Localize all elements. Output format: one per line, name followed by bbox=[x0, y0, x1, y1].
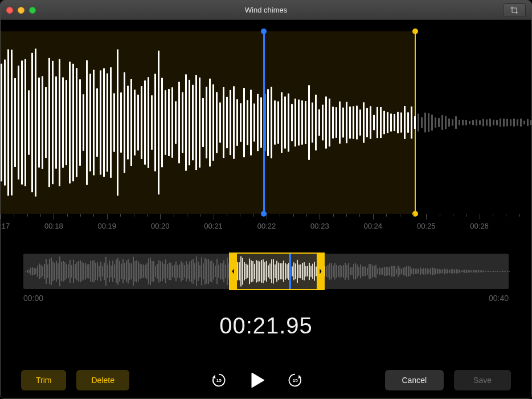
voice-memos-edit-window: Wind chimes 00:1700:1800:1900:2000:2100:… bbox=[0, 0, 532, 399]
overview-section: 00:00 00:40 bbox=[1, 254, 531, 303]
control-bar: Trim Delete 15 15 Cancel bbox=[1, 370, 531, 390]
window-title: Wind chimes bbox=[1, 6, 531, 14]
skip-forward-amount: 15 bbox=[293, 378, 298, 383]
trim-button[interactable]: Trim bbox=[21, 370, 66, 390]
close-window-button[interactable] bbox=[6, 7, 13, 14]
time-ruler: 00:1700:1800:1900:2000:2100:2200:2300:24… bbox=[1, 214, 531, 237]
transport-controls: 15 15 bbox=[210, 370, 304, 390]
ruler-ticks bbox=[1, 214, 531, 222]
skip-forward-15-button[interactable]: 15 bbox=[286, 371, 304, 389]
crop-icon bbox=[510, 6, 519, 15]
ruler-tick-label: 00:23 bbox=[310, 222, 329, 230]
delete-button[interactable]: Delete bbox=[76, 370, 129, 390]
overview-trim-handle-left[interactable] bbox=[229, 253, 237, 290]
chevron-left-icon bbox=[231, 267, 235, 275]
play-button[interactable] bbox=[247, 370, 267, 390]
zoom-window-button[interactable] bbox=[29, 7, 36, 14]
ruler-tick-label: 00:20 bbox=[151, 222, 170, 230]
titlebar: Wind chimes bbox=[1, 1, 531, 20]
skip-back-15-button[interactable]: 15 bbox=[210, 371, 228, 389]
minimize-window-button[interactable] bbox=[18, 7, 24, 14]
zoom-waveform-canvas bbox=[1, 31, 532, 214]
ruler-tick-label: 00:24 bbox=[364, 222, 383, 230]
skip-back-amount: 15 bbox=[216, 378, 222, 383]
overview-waveform[interactable] bbox=[23, 254, 509, 289]
cancel-button[interactable]: Cancel bbox=[385, 370, 444, 390]
playhead-handle-top[interactable] bbox=[261, 28, 267, 34]
ruler-tick-label: 00:25 bbox=[417, 222, 436, 230]
overview-start-time: 00:00 bbox=[23, 294, 43, 303]
overview-time-labels: 00:00 00:40 bbox=[23, 294, 509, 303]
ruler-tick-label: 00:21 bbox=[204, 222, 223, 230]
ruler-tick-label: 00:19 bbox=[98, 222, 117, 230]
playhead[interactable] bbox=[263, 31, 265, 214]
chevron-right-icon bbox=[318, 267, 323, 275]
overview-trim-handle-right[interactable] bbox=[317, 253, 325, 290]
overview-end-time: 00:40 bbox=[489, 294, 509, 303]
current-time-display: 00:21.95 bbox=[1, 313, 531, 339]
play-icon bbox=[247, 370, 267, 390]
ruler-labels: 00:1700:1800:1900:2000:2100:2200:2300:24… bbox=[1, 222, 531, 234]
ruler-tick-label: 00:17 bbox=[0, 222, 10, 230]
save-button[interactable]: Save bbox=[454, 370, 511, 390]
overview-playhead[interactable] bbox=[289, 254, 291, 289]
ruler-tick-label: 00:22 bbox=[257, 222, 276, 230]
overview-selection[interactable] bbox=[230, 253, 324, 290]
window-controls bbox=[6, 7, 36, 14]
ruler-tick-label: 00:18 bbox=[44, 222, 63, 230]
zoomed-waveform-area[interactable] bbox=[1, 31, 531, 214]
ruler-tick-label: 00:26 bbox=[470, 222, 489, 230]
trim-mode-toolbar-button[interactable] bbox=[503, 3, 526, 17]
